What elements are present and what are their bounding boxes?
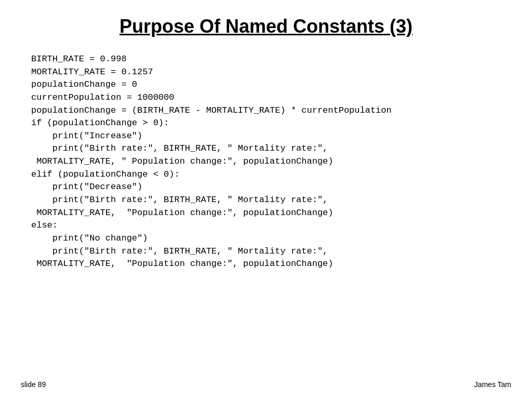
slide-number: slide 89 xyxy=(21,380,46,389)
code-block: BIRTH_RATE = 0.998 MORTALITY_RATE = 0.12… xyxy=(31,53,501,271)
author-name: James Tam xyxy=(474,380,511,389)
slide-title: Purpose Of Named Constants (3) xyxy=(31,16,501,37)
slide-container: Purpose Of Named Constants (3) BIRTH_RAT… xyxy=(0,0,532,399)
